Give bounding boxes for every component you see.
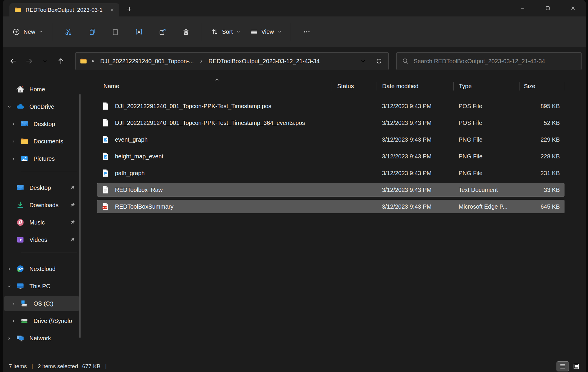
tab-bar: REDToolBoxOutput_2023-03-1 xyxy=(3,0,586,16)
rename-button[interactable]: A xyxy=(127,23,151,40)
sidebar-item-downloads[interactable]: Downloads xyxy=(4,197,79,213)
chevron-right-icon[interactable] xyxy=(9,301,18,306)
pin-icon xyxy=(69,202,76,208)
maximize-button[interactable] xyxy=(535,0,560,16)
file-row[interactable]: height_map_event 3/12/2023 9:43 PM PNG F… xyxy=(97,150,564,163)
videos-icon xyxy=(16,235,25,244)
close-icon xyxy=(570,5,576,11)
file-row[interactable]: path_graph 3/12/2023 9:43 PM PNG File 23… xyxy=(97,166,564,180)
more-options-button[interactable] xyxy=(295,23,319,40)
address-bar[interactable]: DJI_202212291240_001_Topcon-... REDToolB… xyxy=(75,52,389,70)
sidebar-item-music[interactable]: Music xyxy=(4,215,79,230)
file-row[interactable]: REDToolbox_Raw 3/12/2023 9:43 PM Text Do… xyxy=(97,183,564,197)
item-count: 7 items xyxy=(9,363,27,370)
column-header-size[interactable]: Size xyxy=(519,82,564,91)
sidebar-item-nextcloud[interactable]: Nextcloud xyxy=(4,261,79,277)
up-button[interactable] xyxy=(53,53,69,69)
view-button[interactable]: View xyxy=(245,23,287,40)
tab-current[interactable]: REDToolBoxOutput_2023-03-1 xyxy=(9,3,119,16)
chevron-right-icon[interactable] xyxy=(9,318,18,324)
file-row[interactable]: DJI_202212291240_001_Topcon-PPK-Test_Tim… xyxy=(97,99,564,113)
recent-locations-button[interactable] xyxy=(37,53,53,69)
chevrons-left-icon[interactable] xyxy=(90,58,96,64)
chevron-right-icon[interactable] xyxy=(5,266,14,272)
up-arrow-icon xyxy=(57,57,65,65)
new-button[interactable]: New xyxy=(8,23,48,40)
tab-title: REDToolBoxOutput_2023-03-1 xyxy=(26,7,104,13)
content-area: Home OneDrive Desktop Documents Pictures… xyxy=(3,75,586,361)
tab-close-button[interactable] xyxy=(108,5,117,15)
breadcrumb-current[interactable]: REDToolBoxOutput_2023-03-12_21-43-34 xyxy=(207,57,321,66)
window-controls xyxy=(510,0,586,16)
sort-ascending-icon xyxy=(214,77,220,83)
pin-icon xyxy=(69,237,76,243)
plus-icon xyxy=(126,6,133,12)
sidebar-item-onedrive[interactable]: OneDrive xyxy=(4,99,79,114)
chevron-right-icon[interactable] xyxy=(9,156,18,162)
folder-icon xyxy=(14,6,22,14)
sidebar-item-drive-synology[interactable]: Drive (\\Synolo xyxy=(4,313,79,329)
file-image-icon xyxy=(101,135,110,144)
command-bar: New A Sort View xyxy=(3,16,586,47)
sidebar-item-desktop-pinned[interactable]: Desktop xyxy=(4,180,79,195)
copy-button[interactable] xyxy=(80,23,103,40)
column-header-status[interactable]: Status xyxy=(332,82,377,91)
column-header-type[interactable]: Type xyxy=(453,82,519,91)
paste-icon xyxy=(111,28,119,36)
refresh-button[interactable] xyxy=(372,55,385,68)
paste-button[interactable] xyxy=(103,23,127,40)
chevron-placeholder xyxy=(5,237,14,243)
address-dropdown-button[interactable] xyxy=(357,55,370,68)
view-button-label: View xyxy=(261,29,274,35)
close-window-button[interactable] xyxy=(560,0,586,16)
chevron-right-icon[interactable] xyxy=(9,138,18,144)
chevron-right-icon[interactable] xyxy=(5,335,14,341)
sidebar-item-home[interactable]: Home xyxy=(4,82,79,97)
file-row[interactable]: DJI_202212291240_001_Topcon-PPK-Test_Tim… xyxy=(97,116,564,130)
sidebar-item-videos[interactable]: Videos xyxy=(4,232,79,247)
file-blank-icon xyxy=(101,118,110,127)
share-button[interactable] xyxy=(151,23,174,40)
ellipsis-icon xyxy=(303,28,311,36)
sidebar-item-network[interactable]: Network xyxy=(4,331,79,346)
forward-button[interactable] xyxy=(21,53,37,69)
minimize-button[interactable] xyxy=(510,0,535,16)
home-icon xyxy=(16,85,25,94)
back-button[interactable] xyxy=(5,53,21,69)
cut-button[interactable] xyxy=(56,23,80,40)
status-bar: 7 items | 2 items selected 677 KB | xyxy=(3,361,586,372)
nextcloud-icon xyxy=(16,264,25,273)
view-icon xyxy=(250,28,258,36)
chevron-right-icon[interactable] xyxy=(9,121,18,127)
pin-icon xyxy=(69,219,76,226)
file-list-pane: Name Status Date modified Type Size DJI_… xyxy=(81,75,586,361)
details-view-icon xyxy=(559,363,566,370)
new-tab-button[interactable] xyxy=(123,3,135,15)
details-view-button[interactable] xyxy=(557,362,569,371)
sidebar-scrollbar[interactable] xyxy=(79,94,81,338)
delete-button[interactable] xyxy=(174,23,198,40)
sort-button[interactable]: Sort xyxy=(206,23,245,40)
pin-icon xyxy=(69,185,76,191)
sidebar-item-this-pc[interactable]: This PC xyxy=(4,279,79,294)
onedrive-icon xyxy=(16,102,25,111)
sidebar-item-pictures[interactable]: Pictures xyxy=(4,151,79,166)
large-thumbnails-view-button[interactable] xyxy=(570,362,582,371)
sidebar-item-documents[interactable]: Documents xyxy=(4,134,79,149)
file-row[interactable]: event_graph 3/12/2023 9:43 PM PNG File 2… xyxy=(97,133,564,146)
chevron-placeholder xyxy=(5,219,14,225)
chevron-down-icon[interactable] xyxy=(5,104,14,110)
column-header-name[interactable]: Name xyxy=(97,82,332,91)
file-row[interactable]: PDF REDToolBoxSummary 3/12/2023 9:43 PM … xyxy=(97,200,564,213)
search-placeholder: Search REDToolBoxOutput_2023-03-12_21-43… xyxy=(414,58,545,65)
sidebar-item-os-c[interactable]: OS (C:) xyxy=(4,296,79,311)
sidebar-item-desktop-onedrive[interactable]: Desktop xyxy=(4,116,79,132)
column-header-date-modified[interactable]: Date modified xyxy=(377,82,453,91)
svg-text:A: A xyxy=(137,29,140,34)
view-toggles xyxy=(557,362,582,371)
thumbnails-view-icon xyxy=(573,363,580,370)
breadcrumb-parent[interactable]: DJI_202212291240_001_Topcon-... xyxy=(98,57,196,66)
close-icon xyxy=(110,7,115,13)
search-box[interactable]: Search REDToolBoxOutput_2023-03-12_21-43… xyxy=(396,52,582,70)
chevron-down-icon[interactable] xyxy=(5,283,14,289)
